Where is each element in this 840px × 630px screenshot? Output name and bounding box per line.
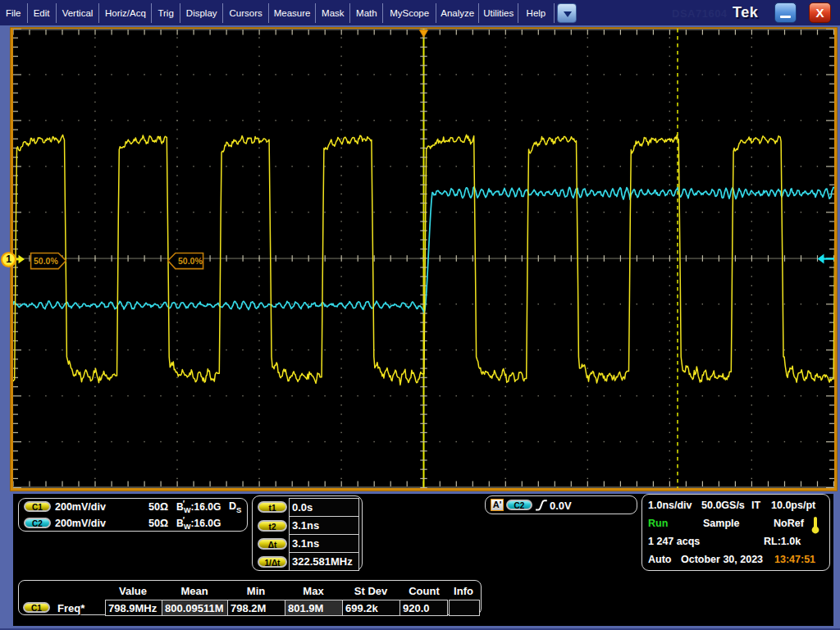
svg-text:50.0%: 50.0%: [178, 256, 203, 266]
svg-text:50.0%: 50.0%: [34, 256, 58, 266]
